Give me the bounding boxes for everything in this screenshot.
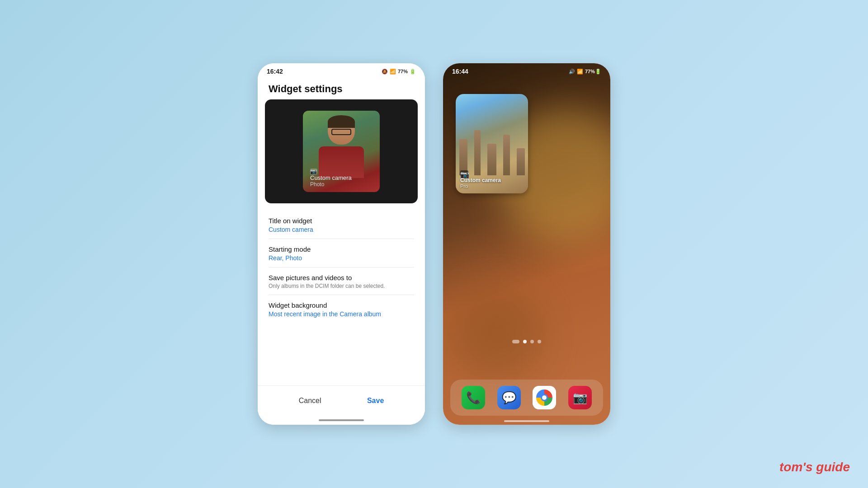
setting-widget-background[interactable]: Widget background Most recent image in t…: [269, 295, 414, 323]
widget-preview-area: 📷 Custom camera Photo: [265, 99, 418, 203]
app-phone-icon[interactable]: 📞: [462, 386, 485, 409]
home-indicator-left: [258, 416, 425, 425]
setting-save-pictures[interactable]: Save pictures and videos to Only albums …: [269, 267, 414, 295]
preview-cam-mode: Photo: [310, 181, 352, 188]
preview-cam-name: Custom camera: [310, 174, 352, 181]
page-dots: [443, 340, 610, 343]
action-bar: Cancel Save: [258, 385, 425, 416]
app-dock: 📞 💬 📷: [450, 380, 603, 416]
page-dot-0: [512, 340, 519, 343]
signal-icon-right: 📶: [577, 69, 583, 75]
setting-desc-2: Only albums in the DCIM folder can be se…: [269, 283, 414, 289]
widget-cam-name: Custom camera: [460, 177, 524, 183]
page-dot-3: [538, 340, 541, 343]
setting-title-on-widget[interactable]: Title on widget Custom camera: [269, 211, 414, 239]
preview-cam-icon: 📷: [310, 169, 317, 174]
preview-label: 📷 Custom camera Photo: [310, 168, 352, 188]
widget-info: 📷 Custom camera Pro: [460, 169, 524, 189]
status-icons-right: 🔊 📶 77%🔋: [569, 69, 601, 75]
home-bar-right: [504, 420, 549, 422]
widget-bg-image: 📷 Custom camera Pro: [456, 94, 528, 193]
signal-icon: 📶: [390, 69, 396, 75]
bokeh2: [452, 289, 542, 380]
setting-value-1: Rear, Photo: [269, 254, 414, 262]
setting-label-3: Widget background: [269, 301, 414, 309]
watermark-text2: guide: [816, 460, 850, 474]
person-head: [328, 115, 355, 145]
time-right: 16:44: [452, 68, 468, 75]
page-dot-1: [523, 340, 527, 343]
widget-settings-content: Widget settings 📷 Custom camera Photo: [258, 78, 425, 425]
chrome-inner: [541, 394, 548, 401]
battery-right: 77%🔋: [585, 69, 601, 75]
setting-value-0: Custom camera: [269, 226, 414, 233]
page-title: Widget settings: [258, 78, 425, 99]
setting-label-1: Starting mode: [269, 245, 414, 253]
mute-icon: 🔕: [382, 69, 388, 75]
setting-label-2: Save pictures and videos to: [269, 274, 414, 282]
save-button[interactable]: Save: [354, 393, 397, 408]
status-bar-left: 16:42 🔕 📶 77% 🔋: [258, 63, 425, 78]
person-hair: [328, 115, 355, 128]
setting-starting-mode[interactable]: Starting mode Rear, Photo: [269, 239, 414, 267]
volume-icon: 🔊: [569, 69, 575, 75]
watermark: tom's guide: [779, 460, 850, 474]
setting-label-0: Title on widget: [269, 217, 414, 225]
battery-left: 77%: [398, 69, 408, 74]
phone-left: 16:42 🔕 📶 77% 🔋 Widget settings: [258, 63, 425, 425]
preview-photo: 📷 Custom camera Photo: [303, 111, 380, 192]
chrome-circle: [536, 389, 552, 406]
cancel-button[interactable]: Cancel: [285, 393, 335, 408]
app-messages-icon[interactable]: 💬: [497, 386, 521, 409]
phones-container: 16:42 🔕 📶 77% 🔋 Widget settings: [258, 63, 610, 425]
pillar2: [474, 130, 481, 175]
widget-cam-icon: 📷: [460, 170, 468, 177]
ruins-decoration: [456, 130, 528, 175]
home-screen: 📷 Custom camera Pro 📞 💬: [443, 63, 610, 425]
phone-right: 16:44 🔊 📶 77%🔋: [443, 63, 610, 425]
app-chrome-icon[interactable]: [533, 386, 556, 409]
home-bar-left: [319, 419, 364, 421]
app-camera-icon[interactable]: 📷: [568, 386, 592, 409]
setting-value-3: Most recent image in the Camera album: [269, 310, 414, 318]
widget-cam-mode: Pro: [460, 183, 524, 189]
page-dot-2: [530, 340, 534, 343]
settings-list: Title on widget Custom camera Starting m…: [258, 211, 425, 385]
person-glasses: [331, 129, 351, 135]
widget-on-homescreen[interactable]: 📷 Custom camera Pro: [456, 94, 528, 193]
status-icons-left: 🔕 📶 77% 🔋: [382, 69, 416, 75]
status-bar-right: 16:44 🔊 📶 77%🔋: [443, 63, 610, 78]
watermark-text1: tom's: [779, 460, 813, 474]
time-left: 16:42: [267, 68, 283, 75]
battery-icon: 🔋: [410, 69, 416, 75]
